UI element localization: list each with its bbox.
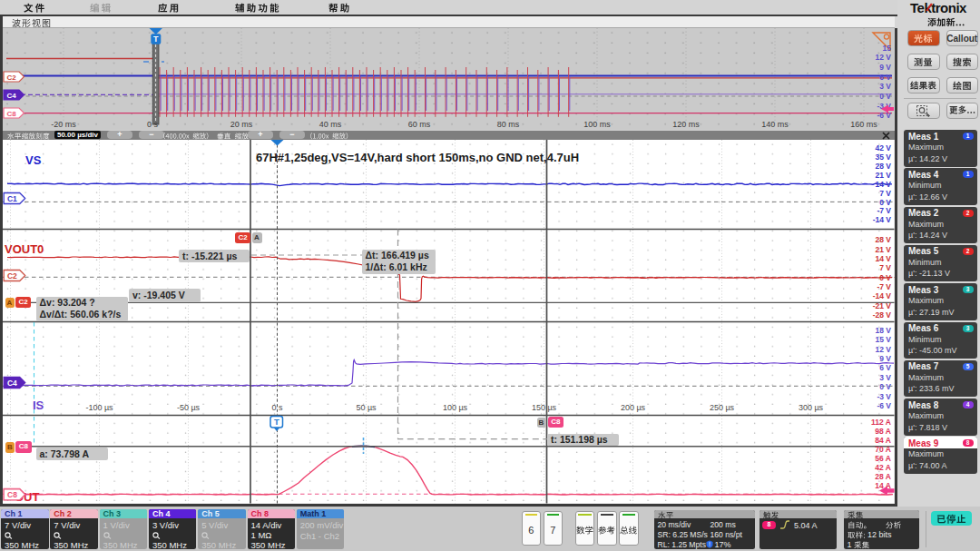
svg-text:42 A: 42 A [875, 463, 891, 472]
svg-text:18 V: 18 V [876, 326, 892, 335]
svg-text:140 ms: 140 ms [761, 120, 789, 129]
svg-text:C4: C4 [7, 379, 17, 388]
svg-text:35 V: 35 V [876, 153, 892, 162]
svg-text:50 µs: 50 µs [356, 403, 377, 412]
svg-text:-20 ms: -20 ms [51, 120, 76, 129]
svg-text:0 V: 0 V [879, 198, 891, 207]
svg-text:100 µs: 100 µs [443, 403, 468, 412]
svg-text:C2: C2 [7, 271, 17, 280]
svg-text:C8: C8 [6, 110, 16, 118]
svg-text:3 V: 3 V [879, 82, 891, 91]
svg-text:14 V: 14 V [876, 254, 892, 263]
svg-text:C8: C8 [7, 490, 17, 499]
svg-text:7 V: 7 V [879, 263, 891, 272]
svg-text:T: T [153, 34, 159, 44]
svg-text:100 ms: 100 ms [583, 120, 611, 129]
svg-text:9 V: 9 V [879, 63, 891, 72]
svg-text:28 V: 28 V [876, 235, 892, 244]
svg-text:-50 µs: -50 µs [177, 403, 201, 412]
svg-text:-14 V: -14 V [873, 291, 892, 300]
svg-text:14 V: 14 V [876, 180, 892, 189]
svg-text:120 ms: 120 ms [672, 120, 700, 129]
svg-text:-7 V: -7 V [877, 206, 891, 215]
svg-text:15 V: 15 V [876, 335, 892, 344]
svg-text:-28 V: -28 V [873, 310, 892, 320]
svg-text:21 V: 21 V [876, 245, 892, 254]
svg-text:-3 V: -3 V [877, 392, 891, 401]
svg-text:-6 V: -6 V [877, 111, 891, 120]
svg-text:150 µs: 150 µs [532, 403, 557, 412]
svg-text:-21 V: -21 V [873, 301, 892, 310]
svg-text:6 V: 6 V [879, 73, 891, 82]
svg-text:80 ms: 80 ms [497, 120, 520, 129]
svg-text:-100 µs: -100 µs [85, 403, 113, 412]
svg-text:6 V: 6 V [879, 363, 891, 372]
svg-text:20 ms: 20 ms [230, 120, 253, 129]
svg-text:160 ms: 160 ms [850, 120, 877, 129]
svg-text:12 V: 12 V [876, 345, 892, 354]
svg-text:84 A: 84 A [875, 436, 891, 445]
svg-text:70 A: 70 A [875, 445, 891, 454]
svg-text:0 s: 0 s [147, 120, 159, 129]
svg-text:-7 V: -7 V [877, 282, 891, 291]
svg-text:98 A: 98 A [875, 427, 891, 436]
svg-text:9 V: 9 V [879, 354, 891, 363]
svg-text:0 V: 0 V [879, 382, 891, 391]
svg-text:12 V: 12 V [876, 53, 892, 62]
svg-text:28 A: 28 A [875, 472, 891, 481]
svg-text:15: 15 [883, 44, 892, 53]
svg-text:250 µs: 250 µs [710, 403, 735, 412]
svg-text:42 V: 42 V [876, 143, 892, 153]
svg-text:-14 V: -14 V [873, 215, 892, 224]
svg-text:-6 V: -6 V [877, 401, 891, 410]
svg-text:60 ms: 60 ms [408, 120, 431, 129]
svg-text:C4: C4 [6, 92, 16, 100]
svg-text:!: ! [709, 541, 710, 547]
svg-text:112 A: 112 A [871, 418, 891, 427]
svg-text:3 V: 3 V [879, 373, 891, 382]
svg-text:21 V: 21 V [876, 171, 892, 180]
svg-text:56 A: 56 A [875, 454, 891, 463]
svg-text:C2: C2 [6, 74, 16, 82]
svg-text:C1: C1 [7, 194, 17, 203]
svg-text:0 V: 0 V [879, 92, 891, 101]
svg-text:7 V: 7 V [879, 189, 891, 198]
svg-text:28 V: 28 V [876, 162, 892, 171]
svg-text:40 ms: 40 ms [319, 120, 342, 129]
svg-text:0 s: 0 s [271, 403, 283, 412]
svg-text:200 µs: 200 µs [621, 403, 646, 412]
svg-text:T: T [274, 417, 279, 427]
svg-text:300 µs: 300 µs [799, 403, 824, 412]
svg-text:0 V: 0 V [879, 273, 891, 282]
